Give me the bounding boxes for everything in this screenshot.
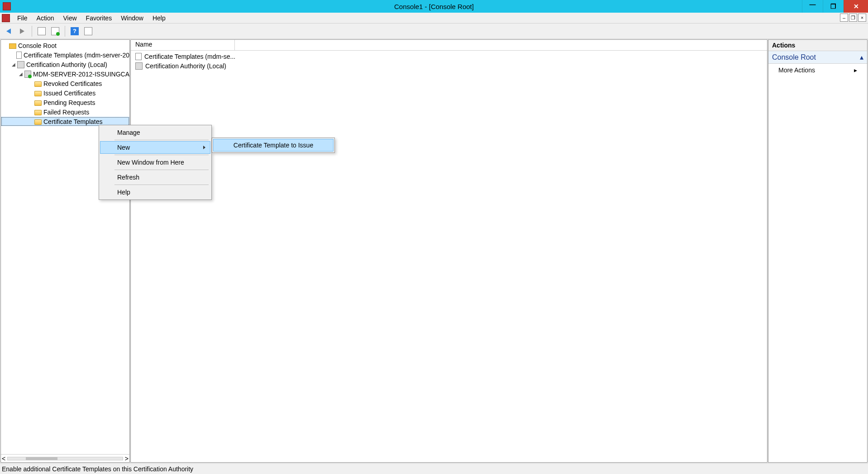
ctx-manage[interactable]: Manage: [100, 126, 210, 139]
arrow-left-icon: [6, 28, 11, 34]
context-menu: Manage New New Window from Here Refresh …: [99, 125, 212, 200]
collapse-icon[interactable]: ◢: [18, 71, 24, 77]
ctx-cert-template-issue[interactable]: Certificate Template to Issue: [213, 139, 334, 152]
list-label: Certificate Templates (mdm-se...: [144, 53, 235, 60]
panel-icon: [84, 27, 92, 35]
collapse-icon: ▴: [860, 53, 863, 62]
menu-action[interactable]: Action: [32, 13, 59, 23]
actions-section-label: Console Root: [772, 53, 816, 62]
menu-separator: [114, 140, 209, 140]
arrow-right-icon: [20, 28, 24, 34]
menu-window[interactable]: Window: [116, 13, 148, 23]
actions-section[interactable]: Console Root ▴: [768, 51, 867, 64]
tree-cert-authority[interactable]: ◢ Certification Authority (Local): [1, 60, 129, 69]
cert-authority-icon: [135, 62, 143, 70]
actions-pane: Actions Console Root ▴ More Actions ▸: [768, 39, 868, 463]
menu-favorites[interactable]: Favorites: [81, 13, 117, 23]
show-hide-action-button[interactable]: [82, 25, 94, 37]
list-body: Certificate Templates (mdm-se... Certifi…: [131, 51, 767, 71]
actions-more[interactable]: More Actions ▸: [768, 64, 867, 76]
ctx-new-window[interactable]: New Window from Here: [100, 156, 210, 169]
tree-label: Certificate Templates: [43, 118, 102, 125]
menubar: File Action View Favorites Window Help –…: [0, 13, 868, 24]
ctx-label: Refresh: [117, 174, 139, 181]
tree-label: Failed Requests: [43, 109, 89, 116]
mdi-controls: – ❐ ×: [840, 14, 866, 22]
doc-icon: [16, 52, 22, 59]
app-icon: [3, 2, 11, 10]
menu-separator: [114, 170, 209, 170]
window-title: Console1 - [Console Root]: [394, 3, 474, 10]
scroll-left-icon[interactable]: <: [2, 455, 5, 462]
tree-content: Console Root Certificate Templates (mdm-…: [1, 40, 129, 454]
list-header: Name: [131, 40, 767, 51]
ctx-help[interactable]: Help: [100, 186, 210, 199]
menu-separator: [114, 185, 209, 185]
titlebar: Console1 - [Console Root] — ❐ ✕: [0, 0, 868, 13]
horizontal-scrollbar[interactable]: < >: [1, 454, 129, 462]
menu-separator: [114, 155, 209, 155]
status-bar: Enable additional Certificate Templates …: [0, 463, 868, 474]
back-button[interactable]: [3, 25, 14, 37]
tree-revoked[interactable]: Revoked Certificates: [1, 79, 129, 88]
list-pane: Name Certificate Templates (mdm-se... Ce…: [130, 39, 768, 463]
mdi-close-button[interactable]: ×: [858, 14, 866, 22]
server-icon: [24, 71, 32, 78]
folder-icon: [34, 100, 42, 106]
tree-label: Issued Certificates: [43, 90, 95, 97]
maximize-button[interactable]: ❐: [823, 0, 844, 13]
mdi-minimize-button[interactable]: –: [840, 14, 848, 22]
mdi-restore-button[interactable]: ❐: [849, 14, 857, 22]
tree-failed[interactable]: Failed Requests: [1, 107, 129, 117]
submenu-arrow-icon: [203, 146, 205, 149]
actions-item-label: More Actions: [778, 66, 815, 74]
list-label: Certification Authority (Local): [145, 62, 226, 70]
app-icon-small: [2, 14, 10, 22]
tree-issued[interactable]: Issued Certificates: [1, 88, 129, 98]
tree-label: Pending Requests: [43, 99, 95, 106]
doc-icon: [135, 53, 142, 60]
main-area: Console Root Certificate Templates (mdm-…: [0, 39, 868, 463]
ctx-new[interactable]: New: [100, 141, 210, 154]
tree-label: MDM-SERVER-2012-ISSUINGCA: [33, 71, 129, 78]
tree-ca-server[interactable]: ◢ MDM-SERVER-2012-ISSUINGCA: [1, 69, 129, 79]
tree-label: Revoked Certificates: [43, 80, 102, 87]
chevron-right-icon: ▸: [854, 66, 857, 74]
minimize-button[interactable]: —: [802, 0, 823, 13]
help-button[interactable]: ?: [69, 25, 81, 37]
close-button[interactable]: ✕: [844, 0, 868, 13]
export-list-button[interactable]: [49, 25, 61, 37]
tree-pending[interactable]: Pending Requests: [1, 98, 129, 107]
tree-pane: Console Root Certificate Templates (mdm-…: [0, 39, 130, 463]
context-submenu: Certificate Template to Issue: [212, 137, 335, 153]
ctx-label: Certificate Template to Issue: [234, 142, 313, 149]
scroll-track[interactable]: [7, 457, 123, 460]
folder-icon: [34, 91, 42, 96]
status-text: Enable additional Certificate Templates …: [2, 465, 193, 473]
toolbar-separator: [32, 26, 32, 37]
console-icon: [9, 43, 16, 49]
menu-file[interactable]: File: [13, 13, 32, 23]
expand-icon: [11, 52, 15, 58]
help-icon: ?: [71, 27, 79, 35]
export-icon: [51, 27, 59, 35]
menu-help[interactable]: Help: [148, 13, 170, 23]
column-header-name[interactable]: Name: [131, 40, 235, 50]
scroll-right-icon[interactable]: >: [125, 455, 129, 462]
tree-root[interactable]: Console Root: [1, 41, 129, 50]
tree-cert-templates[interactable]: Certificate Templates (mdm-server-20: [1, 50, 129, 60]
panel-icon: [38, 27, 46, 35]
list-item[interactable]: Certificate Templates (mdm-se...: [133, 52, 765, 61]
list-item[interactable]: Certification Authority (Local): [133, 61, 765, 71]
ctx-refresh[interactable]: Refresh: [100, 171, 210, 184]
folder-icon: [34, 81, 42, 87]
collapse-icon[interactable]: ◢: [11, 62, 16, 67]
menu-view[interactable]: View: [58, 13, 81, 23]
show-hide-tree-button[interactable]: [36, 25, 48, 37]
forward-button[interactable]: [16, 25, 28, 37]
cert-authority-icon: [17, 61, 24, 68]
ctx-label: New: [117, 144, 130, 151]
ctx-label: Help: [117, 189, 130, 196]
tree-label: Certification Authority (Local): [26, 61, 107, 68]
expand-icon: [3, 43, 8, 48]
